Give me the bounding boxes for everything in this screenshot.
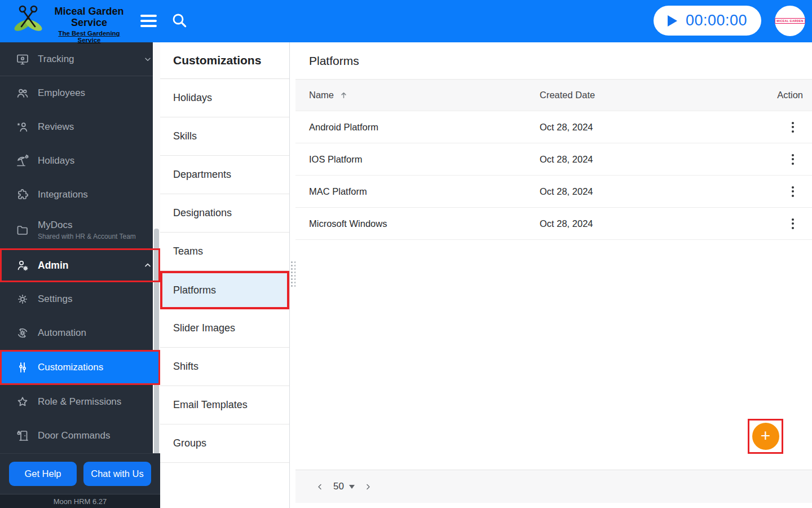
sidebar-item-label: Customizations [38,362,103,373]
chevron-down-icon [143,55,152,64]
sidebar-item-label: Door Commands [38,430,111,441]
subnav-item-slider-images[interactable]: Slider Images [160,309,289,348]
page-size-dropdown[interactable]: 50 [333,481,355,492]
sidebar-item-holidays[interactable]: Holidays [0,144,160,178]
table-row: Android Platform Oct 28, 2024 [295,111,812,143]
sidebar-item-reviews[interactable]: Reviews [0,110,160,144]
column-header-action: Action [774,90,803,100]
integrations-puzzle-icon [16,188,29,202]
sidebar-item-label: Role & Permissions [38,396,121,408]
sidebar-item-employees[interactable]: Employees [0,76,160,110]
avatar[interactable]: MICEAL GARDEN [775,6,805,36]
panel-resize-strip[interactable] [290,42,295,508]
brand-title: Miceal Garden Service [46,6,132,28]
chevron-left-icon [316,483,324,491]
search-button[interactable] [169,11,189,31]
timer-value: 00:00:00 [686,12,747,29]
sidebar-item-admin[interactable]: Admin [0,248,160,282]
sidebar-item-door-commands[interactable]: Door Commands [0,419,160,453]
subnav-item-designations[interactable]: Designations [160,194,289,233]
door-commands-icon [16,429,29,443]
sidebar-item-role-permissions[interactable]: Role & Permissions [0,385,160,419]
subnav-item-platforms[interactable]: Platforms [160,271,289,309]
hamburger-bar [140,15,157,17]
row-actions-kebab-icon[interactable] [783,117,803,137]
avatar-label: MICEAL GARDEN [775,18,805,24]
row-actions-kebab-icon[interactable] [783,181,803,202]
sidebar-item-customizations[interactable]: Customizations [0,350,160,385]
table-row: IOS Platform Oct 28, 2024 [295,143,812,176]
mydocs-folder-icon [16,224,29,237]
page-size-value: 50 [333,481,344,492]
subnav-item-departments[interactable]: Departments [160,156,289,194]
app-window: Miceal Garden Service The Best Gardening… [0,0,812,508]
sidebar-item-settings[interactable]: Settings [0,282,160,316]
add-platform-button[interactable]: + [752,423,779,450]
table-row: Microsoft Windows Oct 28, 2024 [295,208,812,240]
brand-logo-icon [10,2,46,37]
column-header-created-date: Created Date [540,90,774,100]
play-icon [668,15,677,27]
customizations-sliders-icon [16,361,29,374]
table-row: MAC Platform Oct 28, 2024 [295,176,812,208]
role-permissions-star-icon [16,395,29,409]
subnav-item-skills[interactable]: Skills [160,117,289,156]
subnav-item-holidays[interactable]: Holidays [160,79,289,117]
sidebar-footer: Get Help Chat with Us Moon HRM 6.27 [0,453,160,508]
subnav-item-shifts[interactable]: Shifts [160,348,289,386]
sidebar-item-tracking[interactable]: Tracking [0,42,160,76]
main-content: Platforms Name Created Date Action Andro… [295,42,812,508]
sidebar-item-label: Reviews [38,121,74,133]
sidebar-item-texts: MyDocs Shared with HR & Account Team [38,220,136,240]
column-header-name[interactable]: Name [309,90,540,100]
sidebar-item-label: Holidays [38,155,74,167]
timer-button[interactable]: 00:00:00 [654,6,761,36]
subnav-item-teams[interactable]: Teams [160,233,289,271]
sidebar-item-label: Admin [38,260,68,271]
row-actions-kebab-icon[interactable] [783,213,803,234]
menu-toggle-button[interactable] [140,14,157,28]
sidebar-item-label: Settings [38,294,72,305]
created-date-cell: Oct 28, 2024 [540,186,774,197]
sidebar-item-label: Automation [38,327,86,339]
brand[interactable]: Miceal Garden Service The Best Gardening… [10,2,132,43]
sidebar-item-integrations[interactable]: Integrations [0,178,160,212]
row-actions-kebab-icon[interactable] [783,149,803,169]
sidebar-footer-buttons: Get Help Chat with Us [0,454,160,494]
automation-icon [16,326,29,340]
column-label-name: Name [309,90,334,100]
pagination-bar: 50 [295,470,812,503]
admin-user-gear-icon [16,259,29,272]
chat-with-us-button[interactable]: Chat with Us [83,462,151,486]
platform-name-cell: IOS Platform [309,154,540,165]
holidays-umbrella-icon [16,154,29,168]
page-title: Platforms [295,42,812,79]
brand-tagline: The Best Gardening Service [46,30,132,43]
fab-highlight-frame: + [748,419,783,454]
brand-text: Miceal Garden Service The Best Gardening… [46,2,132,43]
sidebar: Tracking Employees Reviews Holidays [0,42,160,508]
sidebar-item-automation[interactable]: Automation [0,316,160,350]
sidebar-item-mydocs[interactable]: MyDocs Shared with HR & Account Team [0,212,160,248]
created-date-cell: Oct 28, 2024 [540,218,774,229]
search-icon [170,11,188,29]
platform-name-cell: Android Platform [309,122,540,133]
customizations-subnav: Customizations Holidays Skills Departmen… [160,42,290,508]
sort-ascending-icon [339,91,348,99]
previous-page-button[interactable] [314,480,325,493]
sidebar-item-label: Tracking [38,54,74,65]
app-version: Moon HRM 6.27 [0,494,160,508]
table-header: Name Created Date Action [295,79,812,111]
chevron-up-icon [143,261,152,270]
sidebar-item-subtitle: Shared with HR & Account Team [38,233,136,240]
platform-name-cell: Microsoft Windows [309,218,540,229]
subnav-item-email-templates[interactable]: Email Templates [160,386,289,424]
platform-name-cell: MAC Platform [309,186,540,197]
get-help-button[interactable]: Get Help [9,462,77,486]
subnav-item-groups[interactable]: Groups [160,424,289,463]
sidebar-item-label: Integrations [38,189,88,200]
hamburger-bar [140,25,157,27]
sidebar-item-label: Employees [38,87,85,99]
reviews-icon [16,120,29,134]
next-page-button[interactable] [363,480,374,493]
